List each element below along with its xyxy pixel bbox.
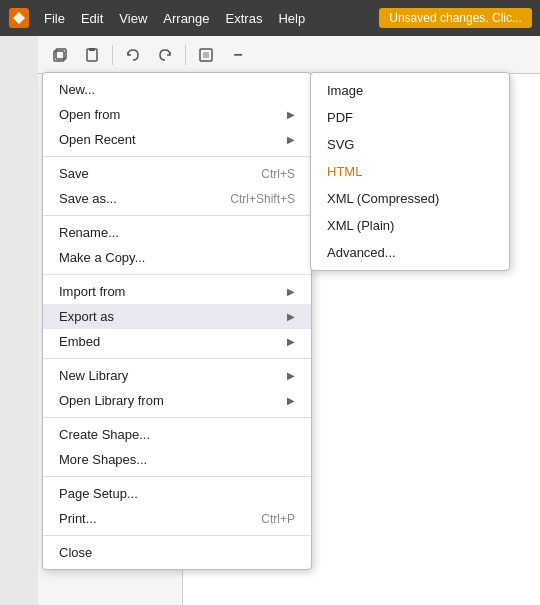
file-dropdown-menu: New... Open from ▶ Open Recent ▶ Save Ct…: [42, 72, 312, 570]
menu-sep-3: [43, 274, 311, 275]
menu-item-page-setup[interactable]: Page Setup...: [43, 481, 311, 506]
submenu-arrow: ▶: [287, 311, 295, 322]
menu-item-more-shapes[interactable]: More Shapes...: [43, 447, 311, 472]
export-advanced[interactable]: Advanced...: [311, 239, 509, 266]
menu-item-create-shape[interactable]: Create Shape...: [43, 422, 311, 447]
toolbar-divider-1: [112, 45, 113, 65]
redo-button[interactable]: [151, 41, 179, 69]
fit-screen-button[interactable]: [192, 41, 220, 69]
submenu-arrow: ▶: [287, 336, 295, 347]
unsaved-badge: Unsaved changes. Clic...: [379, 8, 532, 28]
submenu-arrow: ▶: [287, 134, 295, 145]
export-as-submenu: Image PDF SVG HTML XML (Compressed) XML …: [310, 72, 510, 271]
app-logo: [8, 7, 30, 29]
zoom-out-button[interactable]: −: [224, 41, 252, 69]
menu-item-open-recent[interactable]: Open Recent ▶: [43, 127, 311, 152]
toolbar-divider-2: [185, 45, 186, 65]
submenu-arrow: ▶: [287, 286, 295, 297]
menu-view[interactable]: View: [111, 7, 155, 30]
menu-edit[interactable]: Edit: [73, 7, 111, 30]
menu-help[interactable]: Help: [270, 7, 313, 30]
submenu-arrow: ▶: [287, 395, 295, 406]
menu-item-rename[interactable]: Rename...: [43, 220, 311, 245]
menu-sep-2: [43, 215, 311, 216]
menu-item-open-library-from[interactable]: Open Library from ▶: [43, 388, 311, 413]
menu-sep-5: [43, 417, 311, 418]
export-xml-compressed[interactable]: XML (Compressed): [311, 185, 509, 212]
export-pdf[interactable]: PDF: [311, 104, 509, 131]
submenu-arrow: ▶: [287, 370, 295, 381]
menu-sep-7: [43, 535, 311, 536]
menu-extras[interactable]: Extras: [218, 7, 271, 30]
menu-item-embed[interactable]: Embed ▶: [43, 329, 311, 354]
menu-item-import-from[interactable]: Import from ▶: [43, 279, 311, 304]
export-xml-plain[interactable]: XML (Plain): [311, 212, 509, 239]
undo-button[interactable]: [119, 41, 147, 69]
menu-file[interactable]: File: [36, 7, 73, 30]
menu-item-save-as[interactable]: Save as... Ctrl+Shift+S: [43, 186, 311, 211]
svg-rect-4: [89, 48, 95, 51]
copy-page-button[interactable]: [46, 41, 74, 69]
menu-item-save[interactable]: Save Ctrl+S: [43, 161, 311, 186]
menu-item-print[interactable]: Print... Ctrl+P: [43, 506, 311, 531]
menu-arrange[interactable]: Arrange: [155, 7, 217, 30]
export-image[interactable]: Image: [311, 77, 509, 104]
menu-item-open-from[interactable]: Open from ▶: [43, 102, 311, 127]
submenu-arrow: ▶: [287, 109, 295, 120]
menu-item-new-library[interactable]: New Library ▶: [43, 363, 311, 388]
export-svg[interactable]: SVG: [311, 131, 509, 158]
export-html[interactable]: HTML: [311, 158, 509, 185]
menu-sep-6: [43, 476, 311, 477]
menu-sep-1: [43, 156, 311, 157]
menu-item-make-copy[interactable]: Make a Copy...: [43, 245, 311, 270]
menu-item-new[interactable]: New...: [43, 77, 311, 102]
menu-item-export-as[interactable]: Export as ▶: [43, 304, 311, 329]
menu-sep-4: [43, 358, 311, 359]
top-toolbar: −: [38, 36, 540, 74]
paste-page-button[interactable]: [78, 41, 106, 69]
canvas-area: − ▼ Scr... D ▼ Gen...: [0, 36, 540, 605]
menu-item-close[interactable]: Close: [43, 540, 311, 565]
svg-rect-6: [203, 52, 209, 58]
menu-bar: File Edit View Arrange Extras Help Unsav…: [0, 0, 540, 36]
